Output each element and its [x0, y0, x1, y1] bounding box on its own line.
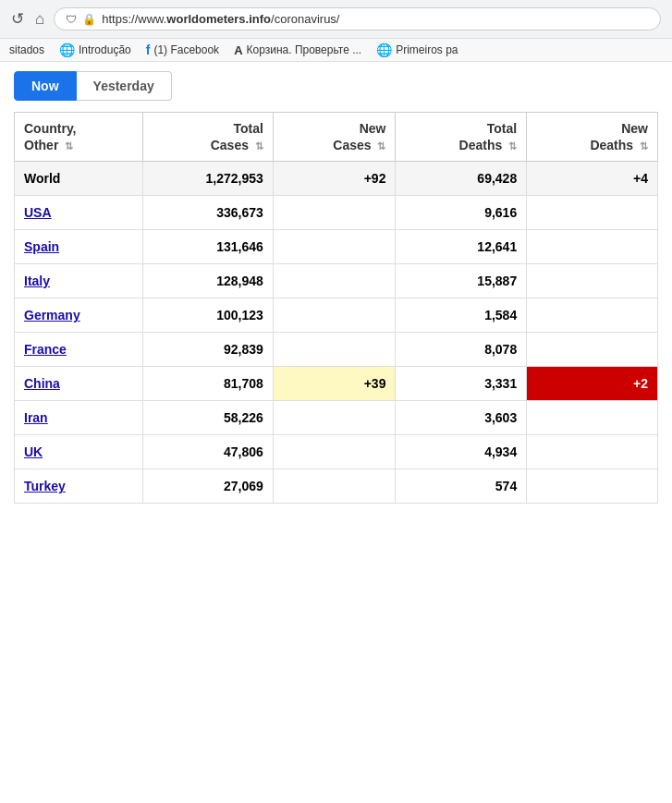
country-link-italy[interactable]: Italy	[24, 274, 50, 288]
table-header-row: Country,Other ⇅ TotalCases ⇅ NewCases ⇅ …	[15, 113, 658, 162]
globe-icon-1: 🌐	[59, 43, 75, 57]
table-row: UK47,8064,934	[15, 435, 658, 469]
country-link-usa[interactable]: USA	[24, 205, 52, 220]
table-row: Spain131,64612,641	[15, 230, 658, 264]
bookmark-korzina[interactable]: A Корзина. Проверьте ...	[234, 43, 361, 57]
sort-icon-country[interactable]: ⇅	[65, 140, 73, 152]
world-new-deaths: +4	[527, 162, 658, 196]
row-0-total-cases: 336,673	[142, 196, 273, 230]
main-content: Now Yesterday Country,Other ⇅ TotalCases…	[0, 62, 672, 513]
facebook-icon: f	[146, 43, 151, 57]
row-1-new-cases	[273, 230, 396, 264]
country-link-turkey[interactable]: Turkey	[24, 479, 66, 493]
home-icon[interactable]: ⌂	[35, 10, 44, 29]
row-0-new-cases	[273, 196, 396, 230]
address-bar[interactable]: 🛡 🔒 https://www.worldometers.info/corona…	[54, 7, 661, 30]
country-link-china[interactable]: China	[24, 376, 60, 391]
row-2-total-cases: 128,948	[142, 264, 273, 298]
row-5-total-deaths: 3,331	[396, 367, 527, 401]
korzina-icon: A	[234, 43, 242, 57]
row-8-total-deaths: 574	[396, 469, 527, 504]
country-link-germany[interactable]: Germany	[24, 308, 80, 322]
browser-toolbar: ↺ ⌂ 🛡 🔒 https://www.worldometers.info/co…	[0, 0, 672, 39]
header-new-cases: NewCases ⇅	[273, 113, 396, 162]
row-8-country[interactable]: Turkey	[15, 469, 143, 504]
row-6-new-deaths	[527, 401, 658, 435]
sort-icon-new-cases[interactable]: ⇅	[377, 140, 385, 152]
row-1-country[interactable]: Spain	[15, 230, 143, 264]
country-link-france[interactable]: France	[24, 342, 67, 357]
yesterday-button[interactable]: Yesterday	[77, 71, 172, 101]
url-text: https://www.worldometers.info/coronaviru…	[102, 12, 339, 26]
header-country: Country,Other ⇅	[15, 113, 143, 162]
row-4-new-cases	[273, 333, 396, 367]
table-row: France92,8398,078	[15, 333, 658, 367]
now-button[interactable]: Now	[14, 71, 77, 101]
row-2-new-cases	[273, 264, 396, 298]
country-link-iran[interactable]: Iran	[24, 410, 48, 425]
header-total-deaths: TotalDeaths ⇅	[396, 113, 527, 162]
world-new-cases: +92	[273, 162, 396, 196]
world-total-cases: 1,272,953	[142, 162, 273, 196]
shield-icon: 🛡	[66, 13, 77, 26]
bookmarks-bar: sitados 🌐 Introdução f (1) Facebook A Ко…	[0, 39, 672, 62]
row-5-country[interactable]: China	[15, 367, 143, 401]
bookmark-visitados-label: sitados	[9, 43, 44, 56]
row-8-new-cases	[273, 469, 396, 504]
bookmark-introducao[interactable]: 🌐 Introdução	[59, 43, 131, 57]
row-7-new-cases	[273, 435, 396, 469]
header-total-cases: TotalCases ⇅	[142, 113, 273, 162]
refresh-icon[interactable]: ↺	[11, 9, 24, 29]
row-7-new-deaths	[527, 435, 658, 469]
row-3-total-cases: 100,123	[142, 298, 273, 333]
row-5-new-cases: +39	[273, 367, 396, 401]
table-row: Turkey27,069574	[15, 469, 658, 504]
row-0-country[interactable]: USA	[15, 196, 143, 230]
world-country: World	[15, 162, 143, 196]
globe-icon-2: 🌐	[376, 43, 392, 57]
row-0-total-deaths: 9,616	[396, 196, 527, 230]
table-row: Iran58,2263,603	[15, 401, 658, 435]
bookmark-primeiros[interactable]: 🌐 Primeiros pa	[376, 43, 458, 57]
bookmark-korzina-label: Корзина. Проверьте ...	[247, 43, 362, 56]
row-7-total-cases: 47,806	[142, 435, 273, 469]
world-row: World 1,272,953 +92 69,428 +4	[15, 162, 658, 196]
row-3-new-cases	[273, 298, 396, 333]
bookmark-primeiros-label: Primeiros pa	[396, 43, 458, 56]
sort-icon-total-deaths[interactable]: ⇅	[508, 140, 517, 152]
row-3-total-deaths: 1,584	[396, 298, 527, 333]
row-4-total-deaths: 8,078	[396, 333, 527, 367]
lock-icon: 🔒	[82, 13, 96, 26]
row-6-country[interactable]: Iran	[15, 401, 143, 435]
table-row: USA336,6739,616	[15, 196, 658, 230]
row-1-total-deaths: 12,641	[396, 230, 527, 264]
row-2-total-deaths: 15,887	[396, 264, 527, 298]
sort-icon-new-deaths[interactable]: ⇅	[640, 140, 648, 152]
bookmark-facebook[interactable]: f (1) Facebook	[146, 43, 219, 57]
row-7-country[interactable]: UK	[15, 435, 143, 469]
row-3-country[interactable]: Germany	[15, 298, 143, 333]
row-7-total-deaths: 4,934	[396, 435, 527, 469]
row-4-country[interactable]: France	[15, 333, 143, 367]
country-link-spain[interactable]: Spain	[24, 239, 59, 254]
country-link-uk[interactable]: UK	[24, 444, 43, 459]
row-6-new-cases	[273, 401, 396, 435]
table-row: Germany100,1231,584	[15, 298, 658, 333]
world-total-deaths: 69,428	[396, 162, 527, 196]
bookmark-visitados[interactable]: sitados	[9, 43, 44, 56]
row-4-total-cases: 92,839	[142, 333, 273, 367]
sort-icon-total-cases[interactable]: ⇅	[255, 140, 263, 152]
row-5-total-cases: 81,708	[142, 367, 273, 401]
row-8-new-deaths	[527, 469, 658, 504]
row-0-new-deaths	[527, 196, 658, 230]
data-table: Country,Other ⇅ TotalCases ⇅ NewCases ⇅ …	[14, 112, 658, 504]
row-8-total-cases: 27,069	[142, 469, 273, 504]
row-2-new-deaths	[527, 264, 658, 298]
row-4-new-deaths	[527, 333, 658, 367]
row-6-total-deaths: 3,603	[396, 401, 527, 435]
table-row: Italy128,94815,887	[15, 264, 658, 298]
row-5-new-deaths: +2	[527, 367, 658, 401]
row-1-new-deaths	[527, 230, 658, 264]
row-1-total-cases: 131,646	[142, 230, 273, 264]
row-2-country[interactable]: Italy	[15, 264, 143, 298]
